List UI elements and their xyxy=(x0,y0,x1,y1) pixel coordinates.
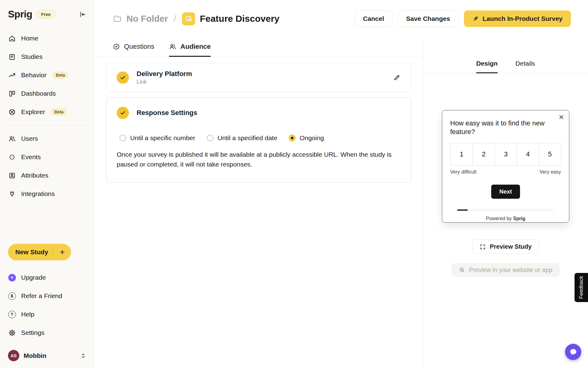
radio-label: Until a specified date xyxy=(217,134,277,142)
tab-audience-label: Audience xyxy=(180,43,211,51)
radio-ongoing[interactable]: Ongoing xyxy=(289,134,324,142)
dollar-circle-icon: $ xyxy=(8,292,16,300)
sidebar-item-label: Home xyxy=(21,35,38,42)
rating-option-2[interactable]: 2 xyxy=(473,143,495,165)
delivery-platform-card[interactable]: Delivery Platform Link xyxy=(106,63,411,92)
app-root: Sprig Free Home Studies Behavior Beta xyxy=(0,0,588,368)
rating-option-1[interactable]: 1 xyxy=(450,143,473,165)
sidebar-header: Sprig Free xyxy=(8,9,87,20)
beta-badge: Beta xyxy=(51,108,67,116)
powered-by: Powered by Sprig xyxy=(450,216,561,221)
help-circle-icon: ? xyxy=(8,310,16,318)
folder-icon xyxy=(113,14,122,23)
sidebar-item-label: Explorer xyxy=(21,108,45,116)
feedback-tab[interactable]: Feedback xyxy=(575,273,588,302)
chat-widget-button[interactable] xyxy=(565,344,581,360)
sidebar-item-explorer[interactable]: Explorer Beta xyxy=(8,103,87,121)
tab-audience[interactable]: Audience xyxy=(169,37,211,57)
preview-study-button[interactable]: Preview Study xyxy=(472,240,539,254)
sidebar-item-behavior[interactable]: Behavior Beta xyxy=(8,66,87,84)
radio-until-specified-date[interactable]: Until a specified date xyxy=(207,134,277,142)
sidebar-item-attributes[interactable]: Attributes xyxy=(8,166,87,185)
delivery-platform-value: Link xyxy=(137,79,192,85)
save-changes-button[interactable]: Save Changes xyxy=(398,10,458,27)
radio-selected-icon[interactable] xyxy=(289,135,296,141)
breadcrumb-folder[interactable]: No Folder xyxy=(126,14,168,24)
sidebar-item-refer-a-friend[interactable]: $ Refer a Friend xyxy=(8,287,87,305)
sidebar-item-users[interactable]: Users xyxy=(8,129,87,148)
sidebar-divider xyxy=(8,125,87,125)
page-header: No Folder / Feature Discovery Cancel Sav… xyxy=(94,0,588,37)
next-button[interactable]: Next xyxy=(491,185,520,199)
rating-option-4[interactable]: 4 xyxy=(517,143,539,165)
new-study-label: New Study xyxy=(15,248,48,256)
sidebar-item-upgrade[interactable]: Upgrade xyxy=(8,268,87,287)
new-study-button[interactable]: New Study + xyxy=(8,244,71,260)
survey-progress-fill xyxy=(457,209,468,211)
survey-progress-bar xyxy=(457,210,554,210)
collapse-sidebar-button[interactable] xyxy=(79,10,87,18)
sidebar-item-settings[interactable]: Settings xyxy=(8,324,87,342)
sidebar-item-label: Upgrade xyxy=(21,274,46,281)
avatar: AS xyxy=(8,350,19,361)
audience-content: Delivery Platform Link Response Settings… xyxy=(94,57,423,182)
study-type-icon xyxy=(182,12,195,25)
sidebar-item-label: Integrations xyxy=(21,190,55,197)
beta-badge: Beta xyxy=(52,71,68,79)
home-icon xyxy=(8,34,16,42)
rating-option-3[interactable]: 3 xyxy=(495,143,517,165)
response-options: Until a specific number Until a specifie… xyxy=(117,134,401,142)
radio-circle-icon[interactable] xyxy=(119,135,126,141)
tab-questions[interactable]: Questions xyxy=(113,37,154,57)
globe-cursor-icon xyxy=(459,267,465,273)
edit-delivery-button[interactable] xyxy=(393,74,401,81)
close-icon[interactable]: ✕ xyxy=(559,113,564,121)
sidebar-item-label: Studies xyxy=(21,53,43,60)
sidebar-item-events[interactable]: Events xyxy=(8,148,87,166)
check-circle-icon xyxy=(117,71,129,84)
integrations-icon xyxy=(8,190,16,198)
sidebar: Sprig Free Home Studies Behavior Beta xyxy=(0,0,94,368)
sidebar-item-integrations[interactable]: Integrations xyxy=(8,185,87,203)
sidebar-item-home[interactable]: Home xyxy=(8,29,87,48)
launch-survey-button[interactable]: Launch In-Product Survey xyxy=(464,10,571,27)
rating-scale: 1 2 3 4 5 xyxy=(450,143,561,166)
scale-min-label: Very difficult xyxy=(450,169,477,175)
events-icon xyxy=(8,153,16,161)
main-content: Questions Audience Delivery Platform Lin… xyxy=(94,37,423,368)
sidebar-item-label: Help xyxy=(21,311,34,318)
account-switcher[interactable]: AS Mobbin xyxy=(8,350,87,361)
radio-until-specific-number[interactable]: Until a specific number xyxy=(119,134,195,142)
preview-in-website-button[interactable]: Preview in your website or app xyxy=(451,263,560,277)
rating-option-5[interactable]: 5 xyxy=(539,143,561,165)
sidebar-item-label: Behavior xyxy=(21,71,47,79)
sidebar-item-label: Users xyxy=(21,135,38,142)
sidebar-item-studies[interactable]: Studies xyxy=(8,48,87,66)
sidebar-item-label: Refer a Friend xyxy=(21,292,62,300)
sidebar-nav-secondary: Users Events Attributes Integrations xyxy=(8,129,87,203)
gear-icon xyxy=(8,329,16,337)
powered-by-label: Powered by xyxy=(486,216,512,221)
response-settings-card: Response Settings Until a specific numbe… xyxy=(106,97,411,182)
users-icon xyxy=(8,135,16,143)
behavior-icon xyxy=(8,71,16,79)
breadcrumb: No Folder / Feature Discovery xyxy=(113,12,280,25)
radio-circle-icon[interactable] xyxy=(207,135,213,141)
preview-study-label: Preview Study xyxy=(490,243,532,250)
response-description: Once your survey is published it will be… xyxy=(117,150,401,169)
new-study-add-button[interactable]: + xyxy=(57,247,67,257)
sidebar-item-label: Events xyxy=(21,153,41,161)
cancel-button[interactable]: Cancel xyxy=(355,10,392,27)
tab-questions-label: Questions xyxy=(124,43,154,51)
delivery-platform-title: Delivery Platform xyxy=(137,70,192,78)
delivery-platform-text: Delivery Platform Link xyxy=(137,70,192,85)
tab-details[interactable]: Details xyxy=(515,60,535,73)
sidebar-spacer xyxy=(8,203,87,244)
sidebar-item-dashboards[interactable]: Dashboards xyxy=(8,84,87,103)
tab-design[interactable]: Design xyxy=(476,60,498,73)
sidebar-item-help[interactable]: ? Help xyxy=(8,305,87,324)
study-tabs: Questions Audience xyxy=(94,37,423,57)
questions-edit-icon xyxy=(113,43,120,50)
rocket-icon xyxy=(472,15,479,22)
response-settings-header: Response Settings xyxy=(117,107,401,119)
